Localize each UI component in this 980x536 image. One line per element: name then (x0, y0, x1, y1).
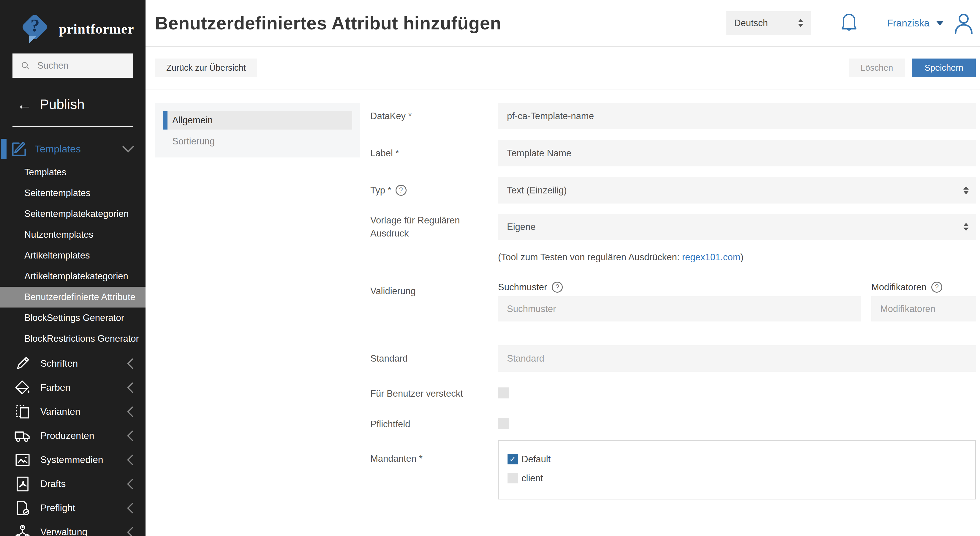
sidebar-item-nutzentemplates[interactable]: Nutzentemplates (0, 224, 145, 245)
mandant-option-label: Default (522, 454, 550, 465)
form-row-versteckt: Für Benutzer versteckt ✓ (370, 387, 976, 400)
versteckt-checkbox[interactable]: ✓ (498, 388, 509, 399)
edit-templates-icon (10, 140, 28, 158)
modifikatoren-input[interactable] (871, 296, 976, 321)
user-menu-caret-icon[interactable] (936, 21, 944, 26)
image-icon (14, 451, 31, 469)
sidebar: ? printformer ← Publish Templates Templa… (0, 0, 145, 536)
sidebar-group-schriften[interactable]: Schriften (0, 351, 145, 376)
chevron-left-icon (127, 526, 134, 536)
tab-sortierung[interactable]: Sortierung (163, 134, 352, 149)
back-to-overview-button[interactable]: Zurück zur Übersicht (155, 59, 257, 77)
help-icon[interactable]: ? (396, 185, 407, 196)
sidebar-item-artikeltemplates[interactable]: Artikeltemplates (0, 245, 145, 266)
page-title: Benutzerdefiniertes Attribut hinzufügen (155, 13, 726, 34)
chevron-left-icon (127, 502, 134, 514)
sidebar-section-templates[interactable]: Templates (0, 139, 145, 158)
search-input[interactable] (37, 60, 125, 71)
back-label: Publish (40, 96, 84, 112)
select-updown-icon (963, 186, 969, 194)
attribute-form: DataKey * Label * Typ * ? Text (Einzeili… (370, 103, 976, 499)
chevron-left-icon (127, 382, 134, 394)
mandanten-label: Mandanten * (370, 440, 498, 465)
language-select[interactable]: Deutsch (726, 11, 811, 35)
select-updown-icon (963, 223, 969, 231)
default-checkbox[interactable]: ✓ (508, 454, 518, 464)
bell-icon (838, 12, 860, 35)
modifikatoren-header: Modifikatoren ? (871, 282, 976, 293)
select-updown-icon (798, 19, 803, 27)
language-value: Deutsch (734, 18, 768, 29)
truck-icon (13, 427, 32, 445)
chevron-left-icon (127, 358, 134, 370)
printformer-logo-icon: ? (20, 13, 50, 45)
suchmuster-input[interactable] (498, 296, 861, 321)
chevron-left-icon (127, 454, 134, 466)
typ-select[interactable]: Text (Einzeilig) (498, 177, 976, 204)
person-icon (951, 11, 976, 35)
sidebar-group-systemmedien[interactable]: Systemmedien (0, 448, 145, 472)
user-name[interactable]: Franziska (887, 18, 929, 29)
sidebar-item-seitentemplatekategorien[interactable]: Seitentemplatekategorien (0, 204, 145, 224)
sidebar-search[interactable] (13, 53, 133, 78)
brand-name: printformer (59, 21, 134, 37)
sidebar-group-preflight[interactable]: Preflight (0, 496, 145, 520)
datakey-label: DataKey * (370, 110, 498, 123)
sidebar-groups: Schriften Farben Varianten Produzenten S… (0, 351, 145, 536)
form-row-typ: Typ * ? Text (Einzeilig) (370, 177, 976, 204)
form-row-datakey: DataKey * (370, 103, 976, 129)
regex101-link[interactable]: regex101.com (682, 252, 740, 262)
sidebar-item-benutzerdefinierte-attribute[interactable]: Benutzerdefinierte Attribute (0, 287, 145, 308)
typ-label: Typ * ? (370, 184, 498, 197)
sidebar-item-templates[interactable]: Templates (0, 162, 145, 183)
sidebar-item-blocksettings-generator[interactable]: BlockSettings Generator (0, 308, 145, 328)
vorlage-select[interactable]: Eigene (498, 214, 976, 240)
label-input[interactable] (498, 140, 976, 166)
sidebar-group-drafts[interactable]: Drafts (0, 472, 145, 496)
form-row-pflichtfeld: Pflichtfeld ✓ (370, 418, 976, 431)
sidebar-item-artikeltemplatekategorien[interactable]: Artikeltemplatekategorien (0, 266, 145, 287)
mandant-option-default: ✓ Default (508, 454, 975, 465)
sidebar-group-produzenten[interactable]: Produzenten (0, 424, 145, 448)
client-checkbox[interactable]: ✓ (508, 473, 518, 483)
sidebar-group-farben[interactable]: Farben (0, 376, 145, 400)
chevron-down-icon (122, 145, 135, 153)
delete-button[interactable]: Löschen (849, 59, 905, 77)
main-area: Benutzerdefiniertes Attribut hinzufügen … (145, 0, 980, 536)
sidebar-group-verwaltung[interactable]: Verwaltung (0, 520, 145, 536)
account-button[interactable] (951, 11, 976, 35)
mandant-option-label: client (522, 473, 543, 484)
label-label: Label * (370, 147, 498, 160)
datakey-input[interactable] (498, 103, 976, 129)
suchmuster-header: Suchmuster ? (498, 282, 861, 293)
sidebar-item-blockrestrictions-generator[interactable]: BlockRestrictions Generator (0, 328, 145, 349)
variants-copies-icon (14, 403, 31, 420)
help-icon[interactable]: ? (552, 282, 563, 293)
sidebar-back-publish[interactable]: ← Publish (17, 96, 145, 112)
pdf-file-icon (14, 475, 30, 493)
pflichtfeld-checkbox[interactable]: ✓ (498, 418, 509, 429)
chevron-left-icon (127, 406, 134, 418)
standard-label: Standard (370, 352, 498, 365)
versteckt-label: Für Benutzer versteckt (370, 387, 498, 400)
paint-bucket-icon (14, 379, 32, 397)
back-arrow-icon: ← (17, 97, 32, 112)
form-row-vorlage: Vorlage für Regulären Ausdruck Eigene (370, 214, 976, 240)
form-row-standard: Standard (370, 345, 976, 372)
pen-icon (14, 355, 31, 372)
regex-hint: (Tool zum Testen von regulären Ausdrücke… (498, 252, 976, 263)
save-button[interactable]: Speichern (912, 59, 976, 77)
content: Allgemein Sortierung DataKey * Label * T… (145, 89, 980, 499)
tab-allgemein[interactable]: Allgemein (163, 111, 352, 129)
mandanten-box: ✓ Default ✓ client (498, 440, 976, 499)
active-section-bar (1, 139, 6, 159)
notifications-button[interactable] (838, 12, 860, 35)
help-icon[interactable]: ? (931, 282, 942, 293)
standard-input[interactable] (498, 345, 976, 372)
chevron-left-icon (127, 430, 134, 442)
sidebar-item-seitentemplates[interactable]: Seitentemplates (0, 183, 145, 204)
sidebar-group-varianten[interactable]: Varianten (0, 400, 145, 424)
chevron-left-icon (127, 478, 134, 490)
mandant-option-client: ✓ client (508, 473, 975, 484)
preflight-check-icon (14, 499, 31, 517)
